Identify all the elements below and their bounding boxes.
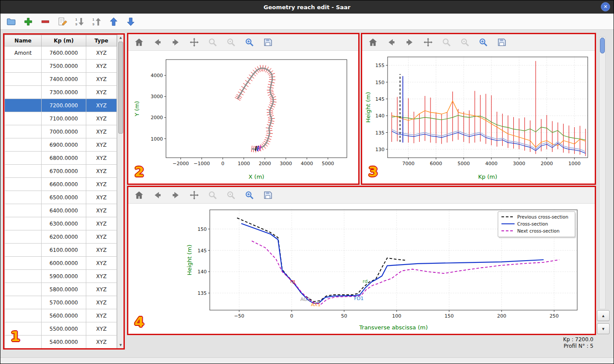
svg-text:AX1: AX1 xyxy=(311,302,321,307)
zoom-select-button[interactable] xyxy=(459,36,471,49)
cell-kp: 6500.0000 xyxy=(42,191,86,204)
cross-section-panel: rgrdAG1AX1FD1−50050100150200250135140145… xyxy=(127,186,596,335)
zoom-button[interactable] xyxy=(206,189,219,201)
edit-profile-button[interactable] xyxy=(56,15,68,28)
save-figure-button[interactable] xyxy=(261,189,274,201)
svg-text:AG1: AG1 xyxy=(300,297,311,302)
cross-section-plot[interactable]: rgrdAG1AX1FD1−50050100150200250135140145… xyxy=(128,204,595,333)
column-header[interactable]: Kp (m) xyxy=(42,35,86,46)
zoom-button[interactable] xyxy=(440,36,452,49)
home-button[interactable] xyxy=(367,36,379,49)
svg-text:2000: 2000 xyxy=(540,161,553,166)
cell-name xyxy=(5,73,42,86)
zoom-dot-icon xyxy=(226,190,236,200)
home-button[interactable] xyxy=(133,36,145,49)
table-row[interactable]: 6600.0000XYZ xyxy=(5,178,117,191)
zoom-rect-button[interactable] xyxy=(477,36,489,49)
cell-name xyxy=(5,112,42,125)
longitudinal-profile-plot[interactable]: 7000600050004000300020001000130135140145… xyxy=(362,51,595,182)
zoom-button[interactable] xyxy=(206,36,219,49)
table-scrollbar-thumb[interactable] xyxy=(118,42,123,134)
back-button[interactable] xyxy=(151,36,163,49)
table-row[interactable]: 7400.0000XYZ xyxy=(5,73,117,86)
cell-name xyxy=(5,296,42,309)
table-row[interactable]: 6100.0000XYZ xyxy=(5,244,117,257)
pan-button[interactable] xyxy=(188,189,200,201)
window-scrollbar-thumb[interactable] xyxy=(600,38,605,53)
cell-name xyxy=(5,217,42,230)
plan-view-plot[interactable]: −2000−1000010002000300040005000100020003… xyxy=(128,51,358,182)
previous-profile-button[interactable]: ▲ xyxy=(597,310,610,321)
back-button[interactable] xyxy=(385,36,397,49)
move-down-button[interactable] xyxy=(124,15,137,28)
titlebar[interactable]: Geometry reach edit - Saar ✕ xyxy=(0,0,614,14)
table-row[interactable]: 6700.0000XYZ xyxy=(5,165,117,178)
table-row[interactable]: 6800.0000XYZ xyxy=(5,152,117,165)
cell-name xyxy=(5,204,42,217)
forward-button[interactable] xyxy=(169,189,182,201)
home-icon xyxy=(134,37,144,47)
arrow-right-icon xyxy=(405,37,415,47)
sort-desc-icon xyxy=(74,17,85,27)
table-row[interactable]: 7500.0000XYZ xyxy=(5,60,117,73)
table-row[interactable]: 6500.0000XYZ xyxy=(5,191,117,204)
renumber-asc-button[interactable] xyxy=(90,15,102,28)
cell-kp: 5400.0000 xyxy=(42,336,86,349)
svg-text:rg: rg xyxy=(290,279,295,284)
renumber-desc-button[interactable] xyxy=(73,15,85,28)
svg-text:Next cross-section: Next cross-section xyxy=(517,228,560,233)
table-row[interactable]: 6900.0000XYZ xyxy=(5,138,117,152)
svg-text:145: 145 xyxy=(198,248,207,254)
table-row[interactable]: 7100.0000XYZ xyxy=(5,112,117,125)
svg-text:5000: 5000 xyxy=(322,161,334,166)
pan-button[interactable] xyxy=(188,36,200,49)
table-row[interactable]: 6300.0000XYZ xyxy=(5,217,117,230)
table-row[interactable]: 5900.0000XYZ xyxy=(5,270,117,283)
open-button[interactable] xyxy=(5,15,17,28)
table-row[interactable]: 5400.0000XYZ xyxy=(5,336,117,349)
save-icon xyxy=(497,37,507,47)
pan-button[interactable] xyxy=(422,36,434,49)
move-up-button[interactable] xyxy=(107,15,120,28)
table-row[interactable]: 6000.0000XYZ xyxy=(5,257,117,270)
column-header[interactable]: Name xyxy=(5,35,42,46)
svg-text:Cross-section: Cross-section xyxy=(517,221,548,226)
scroll-down-arrow-icon[interactable]: ▼ xyxy=(117,342,124,348)
edit-icon xyxy=(57,17,67,27)
column-header[interactable]: Type xyxy=(86,35,117,46)
table-scrollbar[interactable]: ▲ ▼ xyxy=(117,35,124,348)
back-button[interactable] xyxy=(151,189,163,201)
table-row[interactable]: 6400.0000XYZ xyxy=(5,204,117,217)
table-row[interactable]: 5700.0000XYZ xyxy=(5,296,117,309)
longitudinal-profile-panel: 7000600050004000300020001000130135140145… xyxy=(361,33,596,185)
svg-text:Y (m): Y (m) xyxy=(134,101,140,117)
remove-profile-button[interactable] xyxy=(39,15,51,28)
scroll-up-arrow-icon[interactable]: ▲ xyxy=(117,35,124,41)
next-profile-button[interactable]: ▼ xyxy=(597,323,610,334)
home-button[interactable] xyxy=(133,189,145,201)
svg-text:50: 50 xyxy=(341,313,347,319)
svg-text:Kp (m): Kp (m) xyxy=(478,173,498,180)
table-row[interactable]: 7300.0000XYZ xyxy=(5,86,117,99)
forward-button[interactable] xyxy=(169,36,182,49)
add-profile-button[interactable] xyxy=(22,15,34,28)
zoom-rect-button[interactable] xyxy=(243,189,255,201)
zoom-select-button[interactable] xyxy=(225,36,237,49)
table-row[interactable]: 6200.0000XYZ xyxy=(5,230,117,244)
close-button[interactable]: ✕ xyxy=(601,2,610,11)
forward-button[interactable] xyxy=(403,36,416,49)
window-scrollbar[interactable] xyxy=(599,37,606,309)
svg-text:1000: 1000 xyxy=(568,161,581,166)
table-row[interactable]: 7200.0000XYZ xyxy=(5,99,117,112)
cell-kp: 6100.0000 xyxy=(42,244,86,257)
table-row[interactable]: 5600.0000XYZ xyxy=(5,309,117,322)
table-row[interactable]: 7000.0000XYZ xyxy=(5,125,117,138)
table-row[interactable]: 5800.0000XYZ xyxy=(5,283,117,296)
zoom-rect-button[interactable] xyxy=(243,36,255,49)
table-row[interactable]: 5500.0000XYZ xyxy=(5,322,117,336)
table-row[interactable]: Amont7600.0000XYZ xyxy=(5,46,117,60)
save-figure-button[interactable] xyxy=(261,36,274,49)
zoom-select-button[interactable] xyxy=(225,189,237,201)
cell-type: XYZ xyxy=(86,99,117,112)
save-figure-button[interactable] xyxy=(495,36,508,49)
